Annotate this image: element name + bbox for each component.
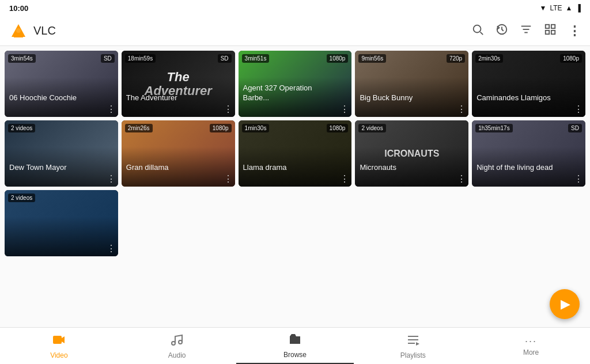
video-quality-7: 1080p	[210, 124, 232, 132]
svg-rect-11	[551, 25, 555, 28]
video-title-2: The Adventurer	[126, 93, 220, 103]
video-quality-5: 1080p	[560, 54, 582, 63]
play-icon: ▶	[561, 297, 570, 312]
toolbar-title: VLC	[33, 24, 471, 37]
video-title-6: Dew Town Mayor	[9, 163, 103, 173]
video-more-btn-4[interactable]: ⋮	[457, 104, 466, 115]
browse-nav-icon	[288, 332, 302, 350]
video-card-7[interactable]: Gran dillama⋮2min26s1080p	[122, 120, 235, 187]
nav-item-audio[interactable]: Audio	[118, 328, 236, 364]
video-grid: 06 Hoochie Coochie⋮3min54sSDTheAdventure…	[5, 51, 585, 256]
more-nav-icon: ···	[525, 335, 537, 347]
svg-line-5	[481, 32, 483, 35]
battery-icon: ▐	[576, 4, 581, 12]
svg-rect-13	[551, 31, 555, 34]
video-card-4[interactable]: Big Buck Bunny⋮9min56s720p	[355, 51, 468, 117]
video-quality-1: SD	[101, 54, 115, 63]
video-title-7: Gran dillama	[126, 163, 220, 173]
video-nav-label: Video	[50, 351, 67, 359]
fab-play-button[interactable]: ▶	[550, 289, 580, 319]
video-duration-5: 2min30s	[475, 54, 503, 63]
video-more-btn-8[interactable]: ⋮	[340, 173, 349, 184]
bottom-nav: Video Audio Browse	[0, 327, 590, 364]
video-count-6: 2 videos	[8, 124, 35, 132]
video-more-btn-5[interactable]: ⋮	[574, 104, 583, 115]
video-card-2[interactable]: TheAdventurerThe Adventurer⋮18min59sSD	[122, 51, 235, 117]
video-quality-10: SD	[568, 124, 582, 132]
list-view-icon[interactable]	[544, 23, 557, 39]
video-quality-8: 1080p	[327, 124, 349, 132]
svg-point-17	[179, 340, 182, 344]
video-more-btn-11[interactable]: ⋮	[107, 243, 116, 254]
video-duration-4: 9min56s	[358, 54, 386, 63]
toolbar: VLC	[0, 16, 590, 46]
browse-nav-label: Browse	[283, 351, 307, 359]
more-options-icon[interactable]: ⋮	[568, 24, 581, 39]
video-more-btn-7[interactable]: ⋮	[224, 173, 233, 184]
video-duration-7: 2min26s	[125, 124, 153, 132]
video-count-11: 2 videos	[8, 194, 35, 202]
svg-point-4	[474, 25, 481, 33]
status-time: 10:00	[9, 4, 28, 13]
video-title-1: 06 Hoochie Coochie	[9, 93, 103, 103]
nav-item-video[interactable]: Video	[0, 328, 118, 364]
video-quality-3: 1080p	[327, 54, 349, 63]
svg-rect-12	[546, 31, 549, 34]
video-title-8: Llama drama	[243, 163, 337, 173]
vlc-logo	[9, 22, 28, 40]
video-card-10[interactable]: Night of the living dead⋮1h35min17sSD	[472, 120, 585, 187]
video-nav-icon	[52, 333, 66, 350]
video-title-10: Night of the living dead	[476, 163, 570, 173]
main-content: 06 Hoochie Coochie⋮3min54sSDTheAdventure…	[0, 46, 590, 327]
more-nav-label: More	[523, 348, 539, 357]
filter-icon[interactable]	[520, 23, 532, 39]
playlists-nav-icon	[406, 333, 420, 350]
video-quality-2: SD	[218, 54, 232, 63]
svg-marker-21	[416, 342, 419, 346]
video-card-9[interactable]: ICRONAUTSMicronauts⋮2 videos	[355, 120, 468, 187]
svg-rect-14	[53, 336, 62, 344]
video-count-9: 2 videos	[358, 124, 385, 132]
video-title-3: Agent 327 Operation Barbe...	[243, 84, 337, 103]
lte-label: LTE	[550, 4, 562, 12]
signal-icon: ▲	[566, 4, 573, 12]
video-more-btn-6[interactable]: ⋮	[107, 173, 116, 184]
toolbar-actions: ⋮	[471, 23, 581, 39]
status-bar: 10:00 ▼ LTE ▲ ▐	[0, 0, 590, 16]
video-duration-8: 1min30s	[242, 124, 270, 132]
wifi-icon: ▼	[540, 4, 547, 12]
video-card-3[interactable]: Agent 327 Operation Barbe...⋮3min51s1080…	[239, 51, 352, 117]
svg-point-3	[16, 28, 21, 33]
nav-item-playlists[interactable]: Playlists	[354, 328, 472, 364]
video-card-8[interactable]: Llama drama⋮1min30s1080p	[239, 120, 352, 187]
svg-marker-15	[62, 336, 65, 343]
audio-nav-label: Audio	[168, 351, 186, 359]
video-duration-3: 3min51s	[242, 54, 270, 63]
video-more-btn-9[interactable]: ⋮	[457, 173, 466, 184]
video-quality-4: 720p	[447, 54, 465, 63]
video-title-4: Big Buck Bunny	[360, 93, 453, 103]
video-duration-1: 3min54s	[8, 54, 36, 63]
video-card-5[interactable]: Caminandes Llamigos⋮2min30s1080p	[472, 51, 585, 117]
svg-rect-2	[14, 36, 23, 37]
svg-point-16	[172, 342, 175, 345]
svg-rect-10	[546, 25, 549, 28]
video-duration-2: 18min59s	[125, 54, 156, 63]
video-duration-10: 1h35min17s	[475, 124, 512, 132]
nav-item-more[interactable]: ··· More	[472, 328, 590, 364]
video-title-9: Micronauts	[360, 163, 453, 173]
video-title-5: Caminandes Llamigos	[476, 93, 570, 103]
video-card-6[interactable]: Dew Town Mayor⋮2 videos	[5, 120, 118, 187]
video-more-btn-3[interactable]: ⋮	[340, 104, 349, 115]
history-icon[interactable]	[496, 23, 508, 39]
video-card-1[interactable]: 06 Hoochie Coochie⋮3min54sSD	[5, 51, 118, 117]
search-icon[interactable]	[471, 23, 484, 39]
video-card-11[interactable]: ⋮2 videos	[5, 190, 118, 256]
playlists-nav-label: Playlists	[400, 351, 426, 359]
audio-nav-icon	[170, 333, 184, 350]
nav-item-browse[interactable]: Browse	[236, 328, 354, 364]
svg-rect-1	[15, 33, 22, 35]
video-more-btn-10[interactable]: ⋮	[574, 173, 583, 184]
video-more-btn-2[interactable]: ⋮	[224, 104, 233, 115]
video-more-btn-1[interactable]: ⋮	[107, 104, 116, 115]
